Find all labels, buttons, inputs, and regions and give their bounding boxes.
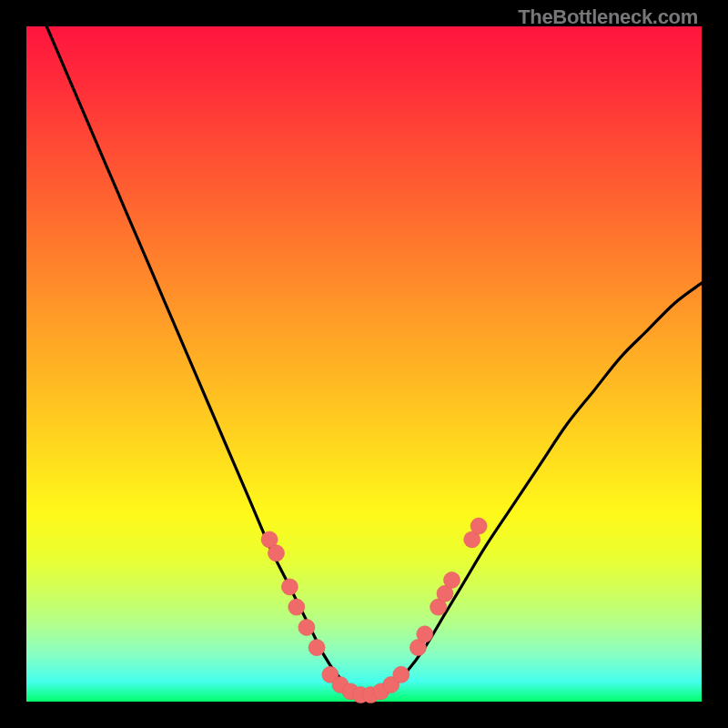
curve-svg — [26, 26, 702, 702]
highlight-dot — [444, 571, 460, 588]
highlight-dot — [298, 619, 315, 635]
highlight-dot — [470, 518, 487, 534]
highlight-dot — [417, 626, 433, 642]
bottleneck-curve — [46, 26, 702, 696]
plot-area — [26, 26, 702, 702]
chart-frame: TheBottleneck.com — [0, 0, 728, 728]
highlight-dot — [308, 640, 325, 656]
highlight-dots — [261, 518, 487, 703]
highlight-dot — [268, 545, 285, 561]
highlight-dot — [393, 666, 410, 682]
highlight-dot — [288, 599, 305, 615]
highlight-dot — [281, 579, 298, 595]
